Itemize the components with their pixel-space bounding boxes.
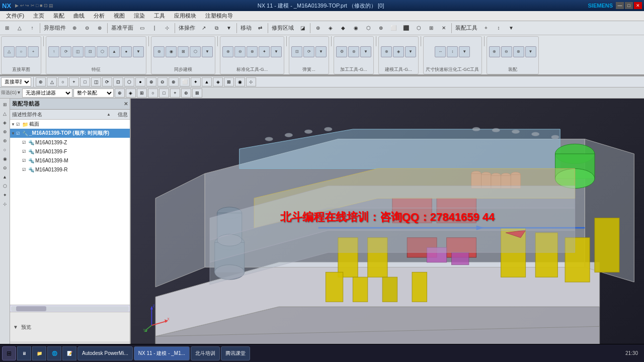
tb-assemble-more[interactable]: ▼ <box>505 22 517 34</box>
check-icon-3[interactable]: ☑ <box>22 149 28 154</box>
sketch-type-select[interactable]: 直接草图 <box>1 77 31 86</box>
assembly-icon-3[interactable]: ⊗ <box>513 46 524 57</box>
expand-icon-1[interactable]: ▼ <box>11 131 16 136</box>
nav-item-top[interactable]: ▼ ☑ 🔧 _M16A01399-TOP (顺序: 时间顺序) <box>10 129 130 138</box>
tb-copy[interactable]: ⧉ <box>210 22 222 34</box>
ft-btn-2[interactable]: △ <box>47 77 57 86</box>
ft-btn-1[interactable]: ⊛ <box>36 77 46 86</box>
nav-item-z[interactable]: ☑ 🔩 M16A01399-Z <box>10 138 130 147</box>
standard-icon-1[interactable]: ⊕ <box>222 46 233 57</box>
preview-toggle[interactable]: ▼ <box>12 324 19 331</box>
menu-tools[interactable]: 工具 <box>150 11 169 21</box>
filter-btn-2[interactable]: ◈ <box>126 88 136 98</box>
assembly-icon-2[interactable]: ⊖ <box>501 46 512 57</box>
tb-region[interactable]: ◪ <box>296 22 308 34</box>
ft-btn-8[interactable]: ⊡ <box>113 77 123 86</box>
tb-icon-a9[interactable]: ⬡ <box>413 22 425 34</box>
menu-apps[interactable]: 应用模块 <box>170 11 200 21</box>
filter-btn-6[interactable]: + <box>170 88 180 98</box>
ft-btn-10[interactable]: ● <box>135 77 145 86</box>
minimize-button[interactable]: — <box>616 2 624 9</box>
tb-datum-plane[interactable]: ▭ <box>136 22 148 34</box>
tb-extrude-tool[interactable]: ↑ <box>26 22 38 34</box>
dimension-icon-1[interactable]: ↔ <box>435 46 446 57</box>
ft-btn-11[interactable]: ⊕ <box>146 77 156 86</box>
ft-btn-9[interactable]: ⬡ <box>124 77 134 86</box>
expand-icon-0[interactable]: ▼ <box>11 122 16 127</box>
feature-icon-2[interactable]: ⟳ <box>60 46 71 57</box>
start-button[interactable]: ⊞ <box>2 346 16 360</box>
feature-icon-8[interactable]: ▼ <box>133 46 144 57</box>
menu-wizard[interactable]: 注塑模向导 <box>201 11 237 21</box>
menu-view[interactable]: 视图 <box>110 11 129 21</box>
assembly-icon-4[interactable]: ▼ <box>525 46 536 57</box>
taskbar-icon-2[interactable]: 📁 <box>32 346 46 360</box>
side-icon-3[interactable]: ◈ <box>1 119 9 127</box>
nav-item-m[interactable]: ☑ 🔩 M16A01399-M <box>10 156 130 165</box>
side-icon-6[interactable]: ○ <box>1 146 9 154</box>
check-icon-0[interactable]: ☑ <box>16 122 22 127</box>
tb-icon-a8[interactable]: ⬛ <box>400 22 412 34</box>
feature-icon-3[interactable]: ◫ <box>72 46 84 57</box>
filter-btn-7[interactable]: ⊛ <box>181 88 191 98</box>
standard-icon-3[interactable]: ⊗ <box>247 46 258 57</box>
ft-btn-19[interactable]: ◉ <box>235 77 245 86</box>
assembly-filter-select[interactable]: 整个装配 <box>73 88 114 98</box>
tb-bool-add[interactable]: ⊕ <box>68 22 80 34</box>
side-icon-2[interactable]: △ <box>1 110 9 118</box>
ft-btn-18[interactable]: ⊠ <box>224 77 234 86</box>
filter-type-select[interactable]: 无选择过滤器 简单(G) <box>22 88 72 98</box>
tb-assemble-add[interactable]: + <box>480 22 492 34</box>
taskbar-icon-3[interactable]: 🌐 <box>47 346 61 360</box>
menu-analyze[interactable]: 分析 <box>90 11 109 21</box>
sync-icon-1[interactable]: ⊛ <box>153 46 165 57</box>
taskbar-icon-4[interactable]: 📝 <box>62 346 76 360</box>
ft-btn-12[interactable]: ⊖ <box>157 77 168 86</box>
tb-icon-a4[interactable]: ◉ <box>350 22 362 34</box>
taskbar-app-4[interactable]: 腾讯课堂 <box>221 346 250 360</box>
nav-item-f[interactable]: ☑ 🔩 M16A01399-F <box>10 147 130 156</box>
check-icon-1[interactable]: ☑ <box>16 131 22 136</box>
ft-btn-7[interactable]: ⟳ <box>102 77 112 86</box>
model-tool-icon-1[interactable]: ⊕ <box>381 46 392 57</box>
ft-btn-3[interactable]: ○ <box>58 77 68 86</box>
tb-icon-a2[interactable]: ◈ <box>325 22 337 34</box>
tb-select-tool[interactable]: ⊞ <box>1 22 13 34</box>
viewport[interactable]: 北斗编程在线培训：咨询QQ：27841659 44 Z X Y <box>131 99 644 362</box>
menu-render[interactable]: 渲染 <box>130 11 149 21</box>
ft-btn-17[interactable]: ◈ <box>213 77 223 86</box>
dimension-icon-2[interactable]: ↕ <box>447 46 458 57</box>
side-icon-12[interactable]: ⊹ <box>1 200 9 208</box>
tb-more[interactable]: ▼ <box>223 22 235 34</box>
ft-btn-20[interactable]: ⊹ <box>246 77 256 86</box>
side-icon-1[interactable]: ⊞ <box>1 101 9 109</box>
side-icon-11[interactable]: ✦ <box>1 191 9 199</box>
feature-icon-6[interactable]: ▲ <box>109 46 120 57</box>
machining-icon-1[interactable]: ⚙ <box>336 46 347 57</box>
filter-btn-3[interactable]: ⊞ <box>137 88 147 98</box>
ft-btn-4[interactable]: + <box>69 77 79 86</box>
side-icon-9[interactable]: ▲ <box>1 173 9 181</box>
ft-btn-5[interactable]: □ <box>80 77 90 86</box>
ft-btn-16[interactable]: ▲ <box>202 77 212 86</box>
filter-btn-5[interactable]: □ <box>159 88 169 98</box>
menu-curve[interactable]: 曲线 <box>69 11 89 21</box>
taskbar-icon-1[interactable]: 🖥 <box>17 346 31 360</box>
close-button[interactable]: ✕ <box>634 2 642 9</box>
check-icon-4[interactable]: ☑ <box>22 158 28 163</box>
h-scrollbar[interactable] <box>10 305 130 312</box>
dimension-icon-3[interactable]: ▼ <box>459 46 470 57</box>
sync-icon-4[interactable]: ⬡ <box>190 46 201 57</box>
spring-icon-3[interactable]: ▼ <box>315 46 327 57</box>
tb-icon-a5[interactable]: ⬡ <box>362 22 374 34</box>
sync-icon-2[interactable]: ◉ <box>166 46 177 57</box>
sketch-icon-2[interactable]: ○ <box>16 46 27 57</box>
sync-icon-3[interactable]: ⊠ <box>178 46 189 57</box>
menu-file[interactable]: 文件(F) <box>2 11 28 21</box>
filter-btn-8[interactable]: ⊠ <box>192 88 202 98</box>
tb-assemble-move[interactable]: ↕ <box>493 22 505 34</box>
tb-icon-a6[interactable]: ⊕ <box>375 22 387 34</box>
tb-move[interactable]: ↗ <box>198 22 210 34</box>
tb-icon-a11[interactable]: ✕ <box>438 22 450 34</box>
tb-datum-axis[interactable]: | <box>148 22 160 34</box>
